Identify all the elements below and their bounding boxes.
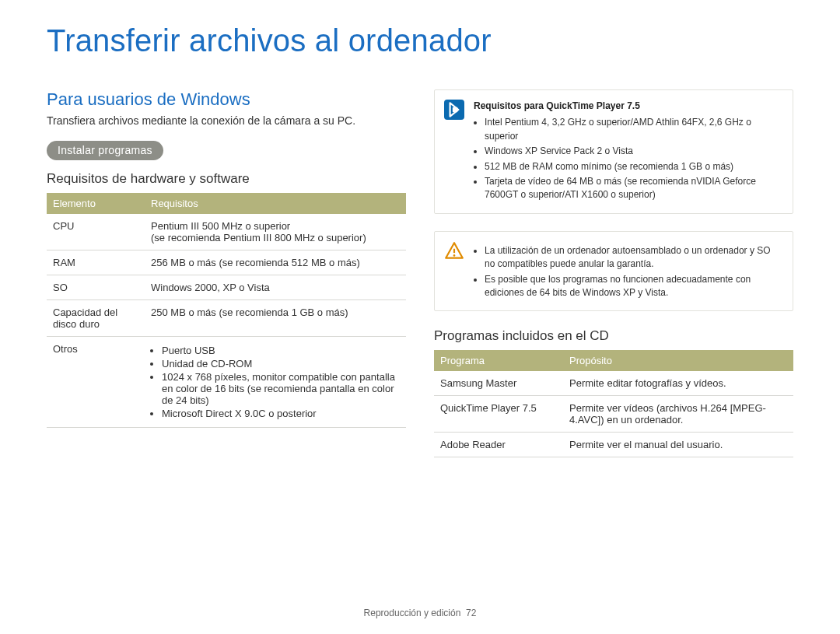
quicktime-note-box: Requisitos para QuickTime Player 7.5 Int… [434,89,793,214]
req-others-item: 1024 x 768 píxeles, monitor compatible c… [162,371,400,406]
req-th-requisitos: Requisitos [145,193,406,214]
prog-value-adobe: Permite ver el manual del usuario. [563,433,793,457]
qt-note-item: Tarjeta de vídeo de 64 MB o más (se reco… [485,175,782,202]
qt-note-item: Windows XP Service Pack 2 o Vista [485,145,782,158]
table-row: Otros Puerto USB Unidad de CD-ROM 1024 x… [47,337,406,428]
req-value-ram: 256 MB o más (se recomienda 512 MB o más… [145,250,406,275]
prog-th-purpose: Propósito [563,350,793,371]
windows-heading: Para usuarios de Windows [47,89,406,110]
qt-note-title: Requisitos para QuickTime Player 7.5 [474,100,782,113]
footer-page-number: 72 [466,608,476,618]
svg-point-3 [453,254,456,257]
prog-label-qt: QuickTime Player 7.5 [434,396,563,433]
req-th-element: Elemento [47,193,145,214]
install-programs-pill: Instalar programas [47,141,163,160]
table-row: QuickTime Player 7.5 Permite ver vídeos … [434,396,793,433]
table-row: CPU Pentium III 500 MHz o superior (se r… [47,214,406,250]
left-column: Para usuarios de Windows Transfiera arch… [47,89,406,457]
requirements-heading: Requisitos de hardware y software [47,171,406,187]
req-value-hdd: 250 MB o más (se recomienda 1 GB o más) [145,300,406,337]
req-others-item: Puerto USB [162,345,400,356]
qt-note-item: 512 MB de RAM como mínimo (se recomienda… [485,160,782,173]
page: Transferir archivos al ordenador Para us… [0,0,840,457]
requirements-table: Elemento Requisitos CPU Pentium III 500 … [47,193,406,428]
programs-table: Programa Propósito Samsung Master Permit… [434,350,793,457]
content-columns: Para usuarios de Windows Transfiera arch… [47,89,793,457]
prog-label-adobe: Adobe Reader [434,433,563,457]
warn-note-item: Es posible que los programas no funcione… [485,273,782,300]
warning-icon [444,241,464,261]
req-label-others: Otros [47,337,145,428]
warning-note-box: La utilización de un ordenador autoensam… [434,231,793,312]
table-row: Adobe Reader Permite ver el manual del u… [434,433,793,457]
req-label-ram: RAM [47,250,145,275]
qt-note-item: Intel Pentium 4, 3,2 GHz o superior/AMD … [485,116,782,143]
svg-rect-1 [453,107,458,113]
info-icon [444,100,464,120]
programs-heading: Programas incluidos en el CD [434,328,793,344]
req-value-os: Windows 2000, XP o Vista [145,275,406,300]
page-footer: Reproducción y edición 72 [0,608,840,618]
req-label-os: SO [47,275,145,300]
req-value-others: Puerto USB Unidad de CD-ROM 1024 x 768 p… [145,337,406,428]
right-column: Requisitos para QuickTime Player 7.5 Int… [434,89,793,457]
prog-value-qt: Permite ver vídeos (archivos H.264 [MPEG… [563,396,793,433]
req-label-hdd: Capacidad del disco duro [47,300,145,337]
page-title: Transferir archivos al ordenador [47,23,793,58]
prog-value-samsung: Permite editar fotografías y vídeos. [563,371,793,396]
warn-note-item: La utilización de un ordenador autoensam… [485,244,782,271]
footer-section-label: Reproducción y edición [364,608,461,618]
table-row: Capacidad del disco duro 250 MB o más (s… [47,300,406,337]
table-row: RAM 256 MB o más (se recomienda 512 MB o… [47,250,406,275]
prog-th-program: Programa [434,350,563,371]
prog-label-samsung: Samsung Master [434,371,563,396]
req-value-cpu: Pentium III 500 MHz o superior (se recom… [145,214,406,250]
table-row: SO Windows 2000, XP o Vista [47,275,406,300]
req-others-item: Unidad de CD-ROM [162,358,400,370]
req-label-cpu: CPU [47,214,145,250]
intro-text: Transfiera archivos mediante la conexión… [47,114,406,127]
req-others-item: Microsoft Direct X 9.0C o posterior [162,408,400,419]
table-row: Samsung Master Permite editar fotografía… [434,371,793,396]
